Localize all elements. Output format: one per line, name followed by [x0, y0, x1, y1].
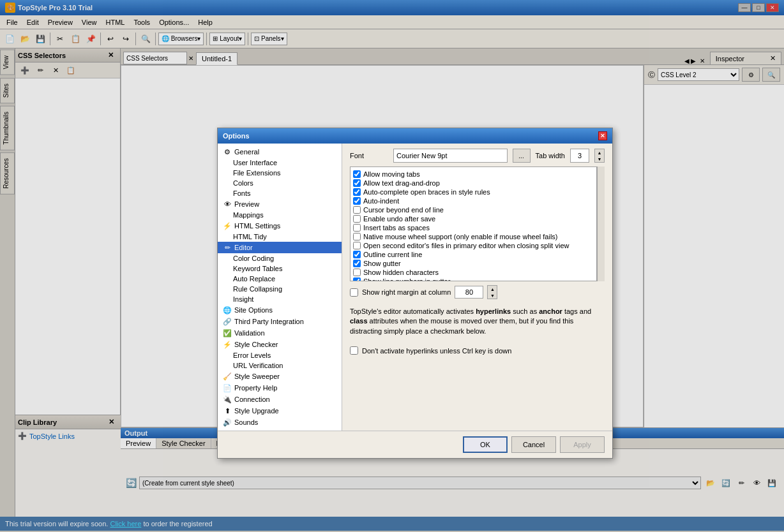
- editor-description: TopStyle's editor automatically activate…: [350, 303, 605, 340]
- ok-button[interactable]: OK: [463, 436, 508, 453]
- cb-allow-moving-tabs[interactable]: [353, 170, 361, 178]
- tab-width-spinner: ▲ ▼: [594, 149, 605, 163]
- margin-input[interactable]: [455, 286, 483, 299]
- validation-icon: ✅: [223, 329, 232, 337]
- style-upgrade-icon: ⬆: [223, 406, 232, 415]
- opt-show-gutter: Show gutter: [353, 259, 594, 268]
- tree-preview[interactable]: 👁 Preview: [218, 198, 342, 210]
- tree-sounds[interactable]: 🔊 Sounds: [218, 417, 342, 428]
- tree-property-help[interactable]: 📄 Property Help: [218, 382, 342, 394]
- tree-validation[interactable]: ✅ Validation: [218, 327, 342, 339]
- cb-native-mouse[interactable]: [353, 233, 361, 240]
- tree-error-levels[interactable]: Error Levels: [218, 350, 342, 360]
- tab-width-input[interactable]: [570, 149, 589, 163]
- font-input[interactable]: [393, 149, 508, 163]
- preview-icon: 👁: [223, 200, 232, 209]
- cb-allow-text-drag[interactable]: [353, 179, 361, 187]
- options-tree: ⚙ General User Interface File Extensions…: [218, 144, 342, 431]
- opt-auto-complete: Auto-complete open braces in style rules: [353, 188, 594, 196]
- margin-spinner: ▲ ▼: [487, 285, 497, 299]
- tree-keyword-tables[interactable]: Keyword Tables: [218, 263, 342, 274]
- cb-open-second-editor[interactable]: [353, 242, 361, 249]
- property-help-icon: 📄: [223, 383, 232, 392]
- editor-settings-panel: Font ... Tab width ▲ ▼: [342, 144, 612, 431]
- tree-html-settings[interactable]: ⚡ HTML Settings: [218, 220, 342, 232]
- tree-style-upgrade[interactable]: ⬆ Style Upgrade: [218, 405, 342, 417]
- tree-connection[interactable]: 🔌 Connection: [218, 394, 342, 405]
- connection-icon: 🔌: [223, 395, 232, 404]
- cb-show-gutter[interactable]: [353, 260, 361, 267]
- checkbox-list-container: Allow moving tabs Allow text drag-and-dr…: [350, 166, 605, 281]
- opt-insert-tabs: Insert tabs as spaces: [353, 223, 594, 232]
- cb-auto-complete[interactable]: [353, 188, 361, 196]
- opt-enable-undo: Enable undo after save: [353, 214, 594, 223]
- tree-url-verification[interactable]: URL Verification: [218, 360, 342, 371]
- tab-width-up[interactable]: ▲: [595, 149, 604, 156]
- style-checker-icon: ⚡: [223, 340, 232, 349]
- tree-user-interface[interactable]: User Interface: [218, 158, 342, 168]
- tree-html-tidy[interactable]: HTML Tidy: [218, 232, 342, 242]
- margin-up[interactable]: ▲: [488, 286, 497, 292]
- tree-mappings[interactable]: Mappings: [218, 210, 342, 220]
- tree-editor[interactable]: ✏ Editor: [218, 242, 342, 253]
- dialog-footer: OK Cancel Apply: [218, 431, 612, 458]
- tree-insight[interactable]: Insight: [218, 294, 342, 304]
- options-dialog: Options ✕ ⚙ General User Interface File …: [217, 128, 613, 459]
- checkbox-scrollbar[interactable]: [597, 166, 605, 281]
- cb-enable-undo[interactable]: [353, 215, 361, 223]
- cb-show-line-numbers[interactable]: [353, 277, 361, 281]
- dialog-overlay: Options ✕ ⚙ General User Interface File …: [0, 0, 784, 532]
- opt-outline-line: Outline current line: [353, 250, 594, 259]
- dialog-close-btn[interactable]: ✕: [598, 131, 607, 140]
- font-browse-btn[interactable]: ...: [513, 149, 531, 163]
- margin-row: Show right margin at column ▲ ▼: [350, 285, 605, 299]
- html-settings-icon: ⚡: [223, 221, 232, 230]
- tab-width-down[interactable]: ▼: [595, 156, 604, 162]
- tree-fonts[interactable]: Fonts: [218, 188, 342, 198]
- editor-icon: ✏: [223, 243, 232, 252]
- tab-width-label: Tab width: [536, 152, 565, 159]
- opt-allow-text-drag: Allow text drag-and-drop: [353, 179, 594, 188]
- opt-auto-indent: Auto-indent: [353, 196, 594, 205]
- main-window: 🎨 TopStyle Pro 3.10 Trial — □ ✕ File Edi…: [0, 0, 784, 532]
- tree-third-party[interactable]: 🔗 Third Party Integration: [218, 316, 342, 327]
- font-row: Font ... Tab width ▲ ▼: [350, 149, 605, 163]
- opt-show-hidden: Show hidden characters: [353, 268, 594, 277]
- dont-activate-label: Don't activate hyperlinks unless Ctrl ke…: [362, 347, 511, 355]
- dialog-body: ⚙ General User Interface File Extensions…: [218, 144, 612, 431]
- general-icon: ⚙: [223, 147, 232, 156]
- cb-outline-line[interactable]: [353, 251, 361, 258]
- opt-allow-moving-tabs: Allow moving tabs: [353, 170, 594, 179]
- cb-dont-activate[interactable]: [350, 346, 358, 355]
- cb-insert-tabs[interactable]: [353, 224, 361, 232]
- tree-file-extensions[interactable]: File Extensions: [218, 168, 342, 178]
- tree-site-options[interactable]: 🌐 Site Options: [218, 304, 342, 316]
- cb-auto-indent[interactable]: [353, 197, 361, 205]
- dialog-title-text: Options: [223, 132, 250, 140]
- cb-cursor-beyond[interactable]: [353, 206, 361, 214]
- cb-show-margin[interactable]: [350, 288, 358, 297]
- editor-options-list: Allow moving tabs Allow text drag-and-dr…: [350, 166, 597, 281]
- sounds-icon: 🔊: [223, 418, 232, 427]
- dont-activate-row: Don't activate hyperlinks unless Ctrl ke…: [350, 346, 605, 355]
- tree-style-sweeper[interactable]: 🧹 Style Sweeper: [218, 371, 342, 382]
- opt-cursor-beyond: Cursor beyond end of line: [353, 205, 594, 214]
- dialog-title-bar: Options ✕: [218, 128, 612, 144]
- style-sweeper-icon: 🧹: [223, 372, 232, 381]
- apply-button[interactable]: Apply: [560, 436, 605, 453]
- cb-show-hidden[interactable]: [353, 269, 361, 276]
- tree-color-coding[interactable]: Color Coding: [218, 253, 342, 263]
- tree-colors[interactable]: Colors: [218, 178, 342, 188]
- cancel-button[interactable]: Cancel: [511, 436, 556, 453]
- tree-style-checker[interactable]: ⚡ Style Checker: [218, 339, 342, 350]
- site-options-icon: 🌐: [223, 306, 232, 314]
- tree-auto-replace[interactable]: Auto Replace: [218, 274, 342, 284]
- margin-down[interactable]: ▼: [488, 292, 497, 299]
- tree-rule-collapsing[interactable]: Rule Collapsing: [218, 284, 342, 294]
- tree-general[interactable]: ⚙ General: [218, 146, 342, 158]
- opt-open-second-editor: Open second editor's files in primary ed…: [353, 241, 594, 250]
- font-label: Font: [350, 152, 388, 159]
- third-party-icon: 🔗: [223, 317, 232, 326]
- margin-label: Show right margin at column: [362, 288, 451, 296]
- opt-show-line-numbers: Show line numbers in gutter: [353, 277, 594, 281]
